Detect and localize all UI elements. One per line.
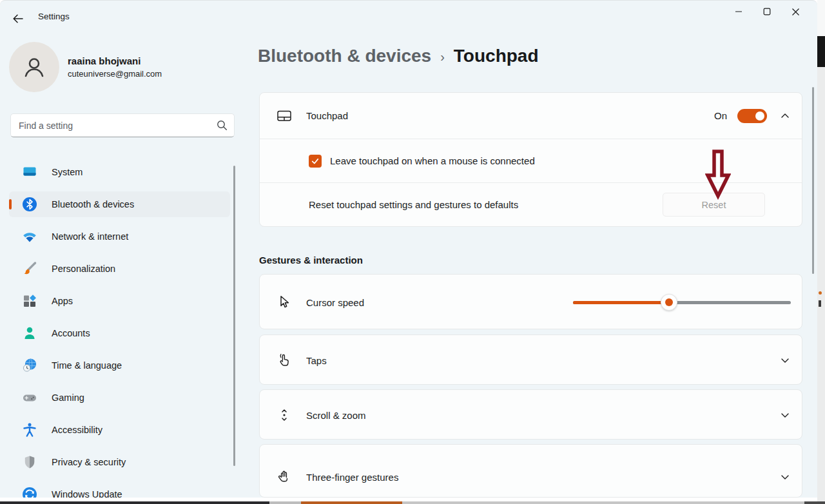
touchpad-header-row[interactable]: Touchpad On	[260, 93, 802, 139]
accessibility-icon	[22, 422, 37, 438]
chevron-down-icon	[780, 472, 790, 482]
collapse-button[interactable]	[780, 111, 790, 121]
selected-indicator-pill	[9, 199, 12, 209]
sidebar-item-label: Accessibility	[52, 425, 102, 435]
leave-touchpad-label: Leave touchpad on when a mouse is connec…	[330, 155, 790, 166]
scroll-zoom-icon	[277, 407, 292, 423]
slider-handle-dot	[665, 298, 673, 306]
tap-hand-icon	[277, 353, 292, 368]
three-finger-label: Three-finger gestures	[306, 472, 780, 483]
background-window-sliver	[817, 0, 825, 504]
chevron-up-icon	[780, 111, 790, 121]
sidebar-item-label: Windows Update	[52, 489, 122, 498]
search-box[interactable]	[10, 113, 235, 137]
sidebar-item-network-internet[interactable]: Network & internet	[9, 224, 230, 249]
sidebar-item-label: Apps	[52, 296, 73, 306]
time-language-icon	[22, 358, 37, 373]
sidebar-item-time-language[interactable]: Time & language	[9, 353, 230, 378]
back-button[interactable]	[8, 10, 28, 28]
scroll-zoom-card[interactable]: Scroll & zoom	[259, 389, 802, 440]
section-title: Gestures & interaction	[259, 255, 363, 266]
maximize-icon	[763, 8, 771, 15]
touchpad-state-label: On	[714, 110, 727, 121]
search-input[interactable]	[19, 121, 217, 131]
scroll-zoom-expand-button[interactable]	[780, 410, 790, 420]
sidebar-item-apps[interactable]: Apps	[9, 288, 230, 314]
chevron-down-icon	[780, 355, 790, 365]
minimize-icon	[735, 8, 742, 15]
maximize-button[interactable]	[753, 1, 781, 23]
touchpad-icon	[277, 108, 292, 124]
search-icon	[217, 120, 228, 131]
system-icon	[22, 164, 37, 180]
reset-label: Reset touchpad settings and gestures to …	[309, 199, 663, 210]
taps-card[interactable]: Taps	[259, 334, 802, 385]
network-icon	[22, 229, 37, 244]
three-finger-card[interactable]: Three-finger gestures	[259, 444, 802, 498]
gaming-icon	[22, 390, 37, 405]
sidebar-item-accessibility[interactable]: Accessibility	[9, 417, 230, 443]
accounts-icon	[22, 325, 37, 341]
touchpad-label: Touchpad	[306, 110, 714, 121]
chevron-down-icon	[780, 410, 790, 420]
three-finger-icon	[277, 469, 292, 485]
apps-icon	[22, 293, 37, 309]
leave-touchpad-checkbox[interactable]	[309, 155, 322, 168]
user-name: raaina bhojwani	[68, 55, 141, 66]
breadcrumb: Bluetooth & devices › Touchpad	[258, 46, 539, 66]
sidebar-item-label: System	[52, 167, 82, 177]
sidebar-nav: System Bluetooth & devices Network & int…	[9, 159, 230, 498]
sidebar-item-accounts[interactable]: Accounts	[9, 320, 230, 346]
window-title: Settings	[38, 12, 70, 21]
three-finger-expand-button[interactable]	[780, 472, 790, 482]
breadcrumb-separator: ›	[440, 48, 445, 64]
scroll-zoom-label: Scroll & zoom	[306, 410, 780, 421]
taps-label: Taps	[306, 355, 780, 366]
leave-touchpad-row: Leave touchpad on when a mouse is connec…	[260, 139, 802, 183]
sidebar-item-label: Accounts	[52, 328, 90, 338]
close-icon	[791, 8, 800, 16]
sidebar-item-label: Personalization	[52, 264, 115, 274]
sidebar-item-label: Privacy & security	[52, 457, 126, 467]
user-email: cuteuniverse@gmail.com	[68, 69, 162, 79]
page-title: Touchpad	[454, 46, 539, 66]
privacy-icon	[22, 454, 37, 470]
personalization-icon	[22, 261, 37, 276]
cursor-icon	[277, 295, 292, 310]
sidebar-item-privacy-security[interactable]: Privacy & security	[9, 449, 230, 475]
sidebar-item-personalization[interactable]: Personalization	[9, 256, 230, 282]
close-button[interactable]	[781, 1, 810, 23]
sidebar-item-gaming[interactable]: Gaming	[9, 385, 230, 411]
avatar	[9, 42, 59, 92]
touchpad-card: Touchpad On Leave touchpad on when	[259, 92, 802, 227]
sidebar-item-system[interactable]: System	[9, 159, 230, 185]
touchpad-toggle[interactable]	[737, 109, 767, 123]
sidebar-item-label: Gaming	[52, 393, 84, 403]
cursor-speed-handle[interactable]	[661, 294, 677, 311]
person-icon	[21, 53, 48, 81]
sidebar-item-label: Bluetooth & devices	[52, 199, 134, 209]
sidebar-item-windows-update[interactable]: Windows Update	[9, 481, 230, 498]
toggle-knob	[755, 111, 764, 121]
sidebar-scrollbar[interactable]	[233, 166, 235, 466]
sidebar-item-bluetooth-devices[interactable]: Bluetooth & devices	[9, 191, 230, 217]
cursor-speed-card: Cursor speed	[259, 274, 802, 329]
bluetooth-icon	[22, 197, 37, 212]
sidebar-item-label: Network & internet	[52, 231, 128, 242]
cursor-speed-slider[interactable]	[573, 294, 791, 311]
minimize-button[interactable]	[724, 1, 753, 23]
main-scrollbar[interactable]	[812, 87, 814, 274]
windows-update-icon	[22, 487, 37, 498]
settings-window: Settings raaina bhojwani cuteuniverse@gm…	[0, 0, 817, 498]
breadcrumb-parent[interactable]: Bluetooth & devices	[258, 46, 431, 66]
taps-expand-button[interactable]	[780, 355, 790, 365]
reset-row: Reset touchpad settings and gestures to …	[260, 183, 802, 226]
back-arrow-icon	[12, 14, 24, 24]
reset-button[interactable]: Reset	[663, 193, 765, 217]
bottom-edge-sliver	[0, 501, 825, 504]
sidebar-item-label: Time & language	[52, 360, 122, 371]
cursor-speed-fill	[573, 301, 669, 304]
checkmark-icon	[311, 157, 320, 166]
